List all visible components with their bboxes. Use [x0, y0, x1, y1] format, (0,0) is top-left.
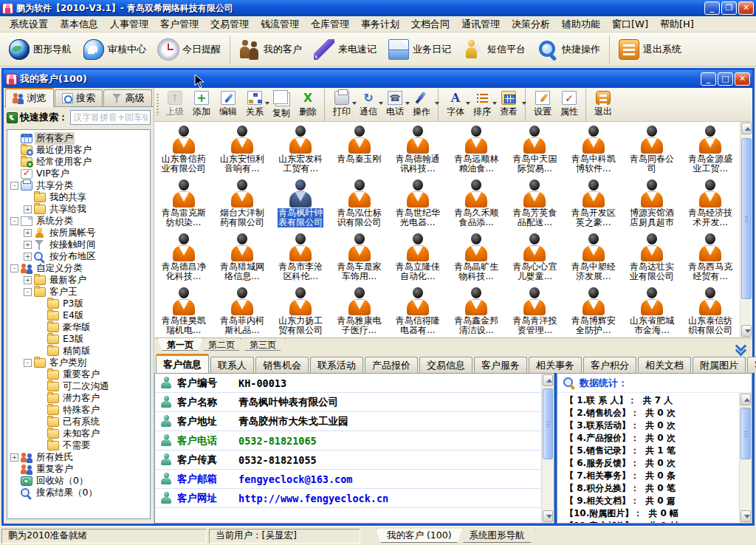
tree-expander[interactable]: -: [24, 359, 32, 367]
tree-expander[interactable]: -: [10, 217, 18, 225]
customer-item[interactable]: 青岛芳英食 品配送...: [506, 177, 564, 231]
tree-expander[interactable]: [10, 477, 18, 485]
detail-tab[interactable]: 客户服务: [474, 357, 527, 373]
client-close-icon[interactable]: ✕: [735, 72, 750, 86]
tree-item[interactable]: - 客户类别: [24, 357, 150, 369]
customer-item[interactable]: 青岛菲内柯 斯礼品...: [213, 285, 271, 339]
scroll-down-icon[interactable]: [740, 510, 751, 522]
detail-tab[interactable]: 附属图片: [693, 357, 746, 373]
main-toolbar-button[interactable]: 快捷操作: [535, 35, 610, 64]
detail-tab[interactable]: 联系人: [210, 357, 254, 373]
customer-item[interactable]: 青岛泓仕标 识有限公司: [330, 177, 388, 231]
customer-item[interactable]: 青岛雷克斯 纺织染...: [154, 177, 213, 231]
customer-toolbar-button[interactable]: 属性: [556, 89, 586, 121]
tree-expander[interactable]: [10, 170, 18, 178]
customer-item[interactable]: 山东省肥城 市金海...: [622, 285, 681, 339]
customer-toolbar-button[interactable]: 排序: [469, 89, 495, 121]
tree-expander[interactable]: +: [24, 276, 32, 284]
customer-item[interactable]: 青岛德翰通 讯科技...: [388, 123, 447, 177]
customer-item[interactable]: 烟台大洋制 药有限公司: [213, 177, 271, 231]
tree-item[interactable]: E3版: [37, 333, 150, 345]
tree-expander[interactable]: -: [24, 288, 32, 296]
customer-toolbar-button[interactable]: 退出: [590, 89, 616, 121]
customer-item[interactable]: 青岛博辉安 全防护...: [564, 285, 622, 339]
tree-item[interactable]: 经常使用客户: [10, 156, 150, 168]
customer-item[interactable]: 青岛达壮实 业有限公司: [622, 231, 681, 285]
quick-search-input[interactable]: [70, 110, 151, 125]
tree-expander[interactable]: [37, 312, 45, 320]
customer-toolbar-button[interactable]: 删除: [295, 89, 325, 121]
tree-item[interactable]: 精简版: [37, 345, 150, 357]
tree-item[interactable]: + 共享给我: [24, 203, 150, 215]
customer-toolbar-button[interactable]: 设置: [529, 89, 556, 121]
customer-toolbar-button[interactable]: 复制: [268, 89, 295, 121]
page-tab[interactable]: 第一页: [157, 338, 203, 351]
customer-toolbar-button[interactable]: 通信: [355, 89, 382, 121]
tree-expander[interactable]: [37, 383, 45, 391]
dropdown-arrow-icon[interactable]: [522, 102, 526, 105]
customer-item[interactable]: 青岛中塑经 济发展...: [564, 231, 622, 285]
customer-item[interactable]: 山东泰信纺 织有限公司: [681, 285, 740, 339]
tree-expander[interactable]: [10, 146, 18, 154]
menu-item[interactable]: 人事管理: [105, 16, 154, 32]
client-minimize-icon[interactable]: _: [701, 72, 716, 86]
main-toolbar-button[interactable]: 我的客户: [236, 35, 311, 64]
tree-expander[interactable]: +: [24, 205, 32, 213]
tree-expander[interactable]: +: [24, 241, 32, 249]
scrollbar-thumb[interactable]: [543, 388, 553, 459]
customer-toolbar-button[interactable]: 电话: [382, 89, 408, 121]
tree-expander[interactable]: [37, 418, 45, 426]
minimize-icon[interactable]: _: [704, 1, 720, 15]
tree-item[interactable]: 豪华版: [37, 321, 150, 333]
scrollbar-thumb[interactable]: [741, 138, 752, 299]
detail-tab[interactable]: 联系活动: [310, 357, 363, 373]
tree-item[interactable]: 未知客户: [37, 428, 150, 439]
customer-item[interactable]: 青岛同春公 司: [622, 123, 681, 177]
main-toolbar-button[interactable]: 图形导航: [6, 35, 80, 64]
dropdown-arrow-icon[interactable]: [435, 102, 439, 105]
tree-item[interactable]: - 共享分类: [10, 179, 150, 191]
tree-expander[interactable]: [37, 335, 45, 343]
customer-toolbar-button[interactable]: 添加: [188, 89, 215, 121]
fields-scrollbar[interactable]: [541, 374, 554, 523]
tree-item[interactable]: - 客户王: [24, 286, 150, 298]
menu-item[interactable]: 帮助[H]: [655, 16, 699, 32]
customer-item[interactable]: 博源宾馆酒 店厨具超市: [622, 177, 681, 231]
stats-scrollbar[interactable]: [739, 393, 752, 523]
main-toolbar-button[interactable]: 今日提醒: [155, 35, 230, 64]
menu-item[interactable]: 辅助功能: [557, 16, 605, 32]
menu-item[interactable]: 窗口[W]: [607, 16, 653, 32]
window-tab[interactable]: 系统图形导航: [458, 529, 536, 543]
customer-item[interactable]: 青岛佳昊凯 瑞机电...: [154, 285, 213, 339]
customer-item[interactable]: 山东宏发科 工贸有...: [272, 123, 330, 177]
detail-tab[interactable]: 产品报价: [365, 357, 418, 373]
menu-item[interactable]: 决策分析: [506, 16, 555, 32]
page-tab[interactable]: 第二页: [199, 338, 244, 351]
tree-item[interactable]: E4版: [37, 309, 150, 321]
restore-icon[interactable]: ❐: [721, 1, 737, 15]
collapse-chevron-icon[interactable]: [735, 343, 746, 354]
menu-item[interactable]: 基本信息: [55, 16, 103, 32]
detail-tab[interactable]: 客户邮件: [747, 357, 756, 373]
menu-item[interactable]: 文档合同: [406, 16, 455, 32]
scroll-up-icon[interactable]: [741, 123, 752, 134]
tree-item[interactable]: - 自定义分类: [10, 262, 150, 274]
main-toolbar-button[interactable]: 短信平台: [460, 35, 535, 64]
customer-item[interactable]: 青岛晶旷生 物科技...: [447, 231, 506, 285]
customer-item[interactable]: 青岛开发区 英之豪...: [564, 177, 622, 231]
customer-toolbar-button[interactable]: 查看: [495, 89, 526, 121]
tree-expander[interactable]: [37, 347, 45, 355]
customer-item[interactable]: 青岛西马克 经贸有...: [681, 231, 740, 285]
scroll-up-icon[interactable]: [740, 394, 751, 405]
customer-item[interactable]: 青岛信得隆 电器有...: [388, 285, 447, 339]
scroll-down-icon[interactable]: [741, 325, 752, 337]
customer-item[interactable]: 青岛金源盛 业工贸...: [681, 123, 740, 177]
client-maximize-icon[interactable]: □: [718, 72, 733, 86]
tree-item[interactable]: 不需要: [37, 439, 150, 451]
customer-item[interactable]: 青岛猎城网 络信息...: [213, 231, 271, 285]
customer-item[interactable]: 青岛青洋投 资管理...: [506, 285, 564, 339]
tree-item[interactable]: 已有系统: [37, 416, 150, 428]
menu-item[interactable]: 钱流管理: [255, 16, 304, 32]
tree-expander[interactable]: [10, 465, 18, 473]
customer-item[interactable]: 青岛德昌净 化科技...: [154, 231, 213, 285]
